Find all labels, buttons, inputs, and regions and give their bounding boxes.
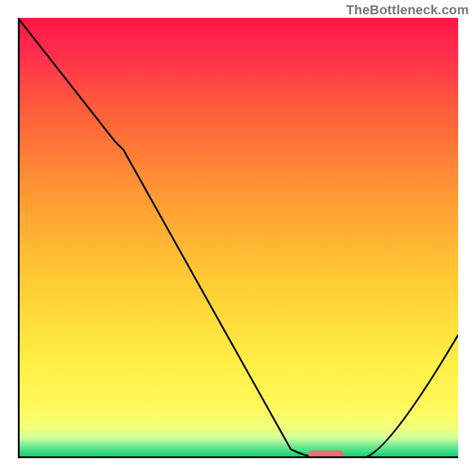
attribution-text: TheBottleneck.com [346,2,469,18]
chart-svg [18,18,458,458]
chart-background [18,18,458,458]
bottleneck-chart [18,18,458,458]
